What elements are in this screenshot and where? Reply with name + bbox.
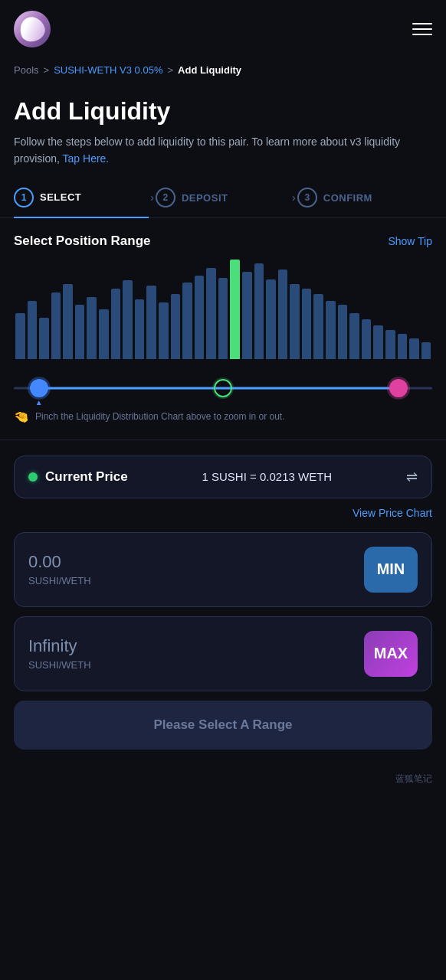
breadcrumb-sep2: > bbox=[167, 64, 173, 76]
chart-bar bbox=[385, 330, 395, 359]
chart-bar bbox=[326, 301, 336, 359]
step-1-num: 1 bbox=[14, 188, 34, 207]
hamburger-menu[interactable] bbox=[412, 23, 432, 35]
chart-bar bbox=[349, 313, 359, 359]
chart-bar bbox=[75, 305, 85, 358]
max-range-left: Infinity SUSHI/WETH bbox=[28, 636, 91, 671]
main-content: Select Position Range Show Tip ▲ 🤏 Pinch… bbox=[0, 218, 446, 765]
min-range-value: 0.00 bbox=[28, 552, 91, 572]
show-tip-button[interactable]: Show Tip bbox=[388, 235, 432, 247]
chart-bar bbox=[218, 278, 228, 359]
steps-nav: 1 SELECT › 2 DEPOSIT › 3 CONFIRM bbox=[0, 175, 446, 218]
logo[interactable] bbox=[14, 11, 51, 47]
page-title: Add Liquidity bbox=[14, 97, 432, 126]
step-deposit[interactable]: 2 DEPOSIT bbox=[156, 188, 290, 217]
breadcrumb: Pools > SUSHI-WETH V3 0.05% > Add Liquid… bbox=[0, 58, 446, 83]
chart-bar bbox=[51, 292, 61, 359]
max-range-box: Infinity SUSHI/WETH MAX bbox=[14, 616, 432, 691]
liquidity-chart[interactable] bbox=[14, 260, 432, 359]
chart-bar bbox=[266, 279, 276, 359]
chart-bar bbox=[338, 305, 348, 358]
min-range-box: 0.00 SUSHI/WETH MIN bbox=[14, 532, 432, 607]
max-button[interactable]: MAX bbox=[364, 631, 418, 677]
hint-text: Pinch the Liquidity Distribution Chart a… bbox=[35, 411, 285, 422]
divider bbox=[0, 439, 446, 440]
min-button[interactable]: MIN bbox=[364, 547, 418, 593]
pinch-icon: 🤏 bbox=[14, 410, 29, 424]
step-3-num: 3 bbox=[297, 188, 317, 207]
chart-bar bbox=[182, 283, 192, 359]
chart-bar bbox=[146, 286, 156, 358]
chart-bar bbox=[302, 289, 312, 359]
breadcrumb-current: Add Liquidity bbox=[178, 64, 241, 76]
chart-bar bbox=[206, 268, 216, 359]
chart-bar bbox=[99, 309, 109, 359]
chart-bar bbox=[373, 325, 383, 358]
logo-icon bbox=[16, 13, 48, 44]
chart-bar bbox=[362, 319, 372, 359]
chart-bar bbox=[278, 270, 288, 359]
step-select[interactable]: 1 SELECT bbox=[14, 188, 149, 218]
chart-bar bbox=[313, 294, 323, 359]
chart-bar bbox=[39, 318, 49, 359]
breadcrumb-pools[interactable]: Pools bbox=[14, 64, 39, 76]
hero-description: Follow the steps below to add liquidity … bbox=[14, 133, 432, 168]
view-price-chart-container: View Price Chart bbox=[14, 506, 432, 520]
range-slider[interactable]: ▲ bbox=[14, 373, 432, 403]
chart-bar bbox=[254, 263, 264, 359]
chart-bar bbox=[15, 313, 25, 359]
footer-watermark: 蓝狐笔记 bbox=[0, 765, 446, 801]
step-arrow-1: › bbox=[150, 191, 154, 213]
max-range-value: Infinity bbox=[28, 636, 91, 656]
current-price-value: 1 SUSHI = 0.0213 WETH bbox=[202, 470, 333, 483]
cta-container: Please Select A Range bbox=[14, 701, 432, 750]
step-2-num: 2 bbox=[156, 188, 175, 207]
hero-section: Add Liquidity Follow the steps below to … bbox=[0, 83, 446, 175]
header bbox=[0, 0, 446, 58]
chart-bar bbox=[171, 294, 181, 359]
pinch-hint: 🤏 Pinch the Liquidity Distribution Chart… bbox=[14, 410, 432, 424]
chart-bar bbox=[159, 302, 169, 359]
chart-bar bbox=[290, 284, 300, 359]
current-price-box: Current Price 1 SUSHI = 0.0213 WETH ⇌ bbox=[14, 456, 432, 498]
range-title: Select Position Range bbox=[14, 234, 151, 249]
price-left: Current Price bbox=[28, 469, 128, 485]
breadcrumb-pair[interactable]: SUSHI-WETH V3 0.05% bbox=[54, 64, 162, 76]
chart-bar bbox=[135, 299, 145, 359]
chart-bar bbox=[63, 284, 73, 359]
chart-bar bbox=[111, 289, 121, 359]
min-range-pair: SUSHI/WETH bbox=[28, 575, 91, 586]
slider-handle-current[interactable] bbox=[214, 379, 232, 397]
min-range-left: 0.00 SUSHI/WETH bbox=[28, 552, 91, 586]
tap-here-link[interactable]: Tap Here. bbox=[63, 152, 110, 165]
chart-bar bbox=[421, 342, 431, 359]
slider-arrow-indicator: ▲ bbox=[35, 398, 43, 407]
chart-bar bbox=[195, 276, 205, 358]
step-3-label: CONFIRM bbox=[323, 192, 372, 204]
swap-direction-icon[interactable]: ⇌ bbox=[406, 469, 418, 485]
step-confirm[interactable]: 3 CONFIRM bbox=[297, 188, 432, 217]
green-dot-icon bbox=[28, 472, 38, 482]
step-2-label: DEPOSIT bbox=[182, 192, 228, 204]
step-1-label: SELECT bbox=[40, 191, 81, 203]
max-range-pair: SUSHI/WETH bbox=[28, 659, 91, 671]
select-range-button[interactable]: Please Select A Range bbox=[14, 701, 432, 750]
slider-handle-min[interactable] bbox=[30, 379, 48, 397]
step-arrow-2: › bbox=[292, 191, 296, 213]
slider-handle-max[interactable] bbox=[389, 379, 408, 397]
range-header: Select Position Range Show Tip bbox=[14, 234, 432, 249]
chart-bar bbox=[230, 260, 240, 359]
chart-bar bbox=[87, 297, 97, 359]
view-price-chart-link[interactable]: View Price Chart bbox=[353, 507, 432, 519]
current-price-label: Current Price bbox=[45, 469, 128, 485]
chart-bar bbox=[242, 272, 252, 359]
chart-bar bbox=[123, 280, 133, 359]
chart-bar bbox=[398, 334, 408, 359]
breadcrumb-sep1: > bbox=[44, 64, 50, 76]
chart-bar bbox=[28, 301, 38, 359]
chart-bar bbox=[409, 338, 419, 359]
